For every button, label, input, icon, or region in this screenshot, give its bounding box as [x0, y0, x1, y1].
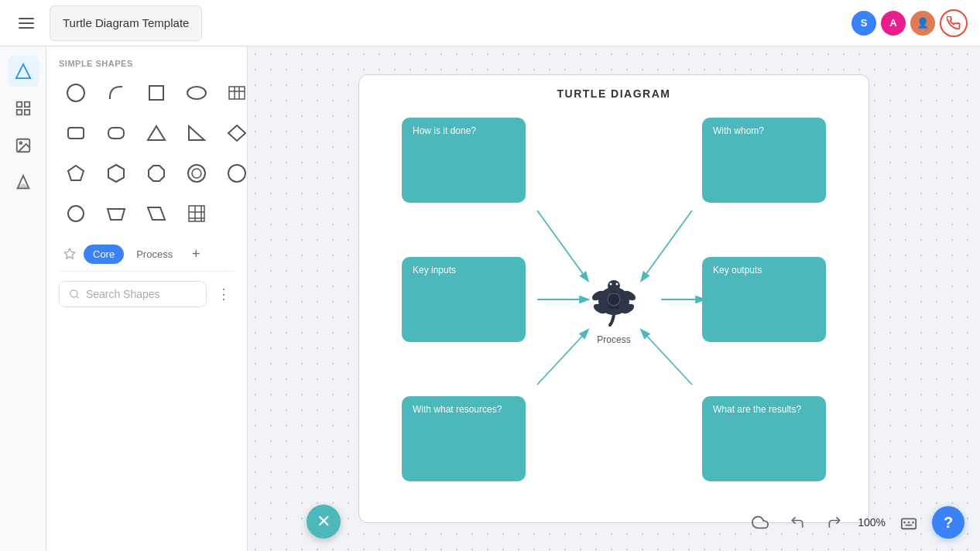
svg-marker-23	[149, 166, 164, 181]
svg-line-42	[537, 330, 588, 385]
redo-button[interactable]	[821, 508, 848, 536]
svg-rect-3	[16, 110, 21, 115]
tab-add-button[interactable]: +	[185, 243, 207, 265]
hamburger-line-2	[19, 22, 34, 24]
resources-box[interactable]: With what resources?	[402, 396, 526, 481]
shape-rounded-rect2[interactable]	[99, 116, 133, 150]
shape-grid[interactable]	[180, 197, 214, 231]
svg-rect-17	[108, 128, 124, 139]
keyboard-button[interactable]	[895, 508, 923, 536]
svg-rect-16	[68, 128, 84, 139]
svg-rect-54	[902, 518, 916, 529]
svg-rect-1	[16, 102, 21, 107]
shape-triangle[interactable]	[139, 116, 173, 150]
svg-marker-18	[148, 126, 165, 140]
key-outputs-label: Key outputs	[713, 265, 762, 276]
with-whom-box[interactable]: With whom?	[702, 118, 826, 203]
help-button[interactable]: ?	[932, 506, 965, 539]
main-layout: SIMPLE SHAPES	[0, 46, 980, 551]
svg-point-47	[608, 280, 620, 291]
svg-point-36	[70, 290, 77, 297]
process-label: Process	[597, 334, 630, 345]
more-options-button[interactable]: ⋮	[213, 283, 235, 305]
drawing-sidebar-btn[interactable]	[8, 167, 39, 198]
hamburger-button[interactable]	[12, 9, 40, 37]
hamburger-line-3	[19, 27, 34, 29]
undo-button[interactable]	[783, 508, 811, 536]
shape-rounded-rect[interactable]	[59, 116, 93, 150]
resources-label: With what resources?	[413, 404, 502, 415]
diagram-title: TURTLE DIAGRAM	[557, 87, 671, 100]
fab-button[interactable]: ✕	[307, 505, 341, 539]
zoom-level: 100%	[858, 516, 886, 529]
svg-point-24	[188, 165, 205, 182]
tab-process[interactable]: Process	[127, 245, 182, 264]
svg-rect-10	[149, 86, 163, 100]
phone-button[interactable]	[940, 9, 968, 37]
svg-point-48	[610, 283, 612, 286]
svg-line-39	[642, 210, 692, 280]
cloud-save-button[interactable]	[746, 508, 774, 536]
svg-line-37	[77, 296, 79, 299]
avatar-a: A	[881, 11, 906, 36]
svg-rect-30	[189, 206, 204, 221]
shape-pentagon[interactable]	[59, 156, 93, 190]
simple-shapes-label: SIMPLE SHAPES	[59, 59, 235, 68]
shape-hexagon[interactable]	[99, 156, 133, 190]
header-right: S A 👤	[852, 9, 968, 37]
shape-right-triangle[interactable]	[180, 116, 214, 150]
svg-point-25	[192, 169, 201, 178]
shapes-sidebar-btn[interactable]	[8, 56, 39, 87]
frame-sidebar-btn[interactable]	[8, 93, 39, 124]
svg-point-6	[19, 142, 22, 144]
shape-ellipse[interactable]	[180, 76, 214, 110]
svg-point-49	[616, 283, 618, 286]
svg-marker-20	[228, 125, 245, 141]
svg-point-11	[187, 87, 206, 99]
diagram-container: TURTLE DIAGRAM	[358, 74, 869, 523]
shape-arc[interactable]	[99, 76, 133, 110]
shape-circle2[interactable]	[180, 156, 214, 190]
title-box: Turtle Diagram Template	[50, 5, 202, 41]
svg-rect-4	[24, 110, 29, 115]
tab-core[interactable]: Core	[84, 245, 124, 264]
search-row: ⋮	[59, 281, 235, 307]
shape-circle[interactable]	[59, 76, 93, 110]
svg-point-26	[228, 165, 245, 182]
turtle-center: Process	[583, 269, 645, 345]
left-sidebar	[0, 46, 46, 551]
svg-rect-12	[229, 87, 245, 99]
shapes-panel: SIMPLE SHAPES	[46, 46, 248, 551]
shape-circle3[interactable]	[59, 197, 93, 231]
results-label: What are the results?	[713, 404, 801, 415]
shape-trapezoid[interactable]	[99, 197, 133, 231]
canvas-area[interactable]: TURTLE DIAGRAM	[248, 46, 980, 551]
shapes-grid	[59, 76, 235, 231]
svg-marker-0	[15, 64, 29, 78]
search-icon	[69, 288, 80, 300]
header: Turtle Diagram Template S A 👤	[0, 0, 980, 46]
key-inputs-label: Key inputs	[413, 265, 456, 276]
key-outputs-box[interactable]: Key outputs	[702, 257, 826, 342]
search-box	[59, 281, 207, 307]
results-box[interactable]: What are the results?	[702, 396, 826, 481]
svg-line-43	[642, 330, 692, 385]
how-box[interactable]: How is it done?	[402, 118, 526, 203]
shape-octagon[interactable]	[139, 156, 173, 190]
svg-marker-28	[108, 209, 125, 220]
with-whom-label: With whom?	[713, 125, 764, 136]
svg-marker-22	[108, 165, 124, 182]
key-inputs-box[interactable]: Key inputs	[402, 257, 526, 342]
svg-rect-2	[24, 102, 29, 107]
shape-parallelogram[interactable]	[139, 197, 173, 231]
shape-square[interactable]	[139, 76, 173, 110]
image-sidebar-btn[interactable]	[8, 130, 39, 161]
tabs-row: Core Process +	[59, 243, 235, 272]
bottom-bar: 100% ?	[746, 506, 965, 539]
turtle-icon	[583, 269, 645, 334]
how-label: How is it done?	[413, 125, 476, 136]
star-icon[interactable]	[59, 243, 81, 265]
search-input[interactable]	[86, 288, 197, 300]
page-title: Turtle Diagram Template	[63, 16, 189, 29]
svg-point-27	[68, 206, 84, 221]
